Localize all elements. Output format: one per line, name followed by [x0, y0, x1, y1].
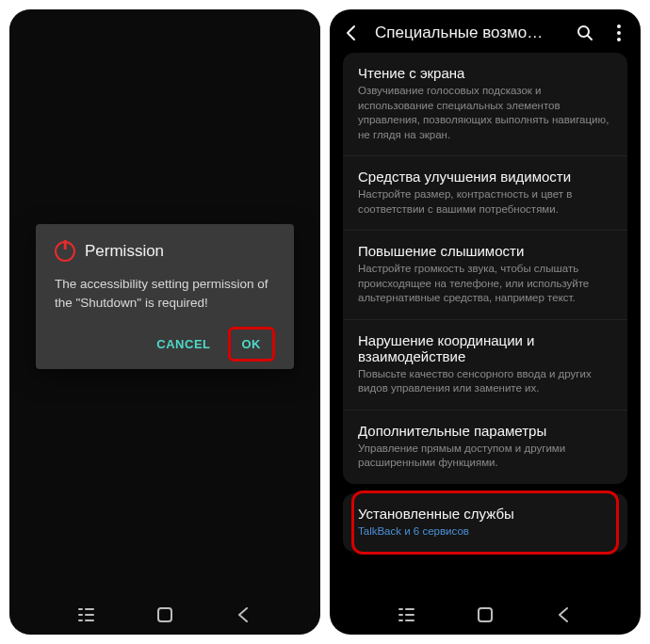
phone-screen-left: Permission The accessibility setting per… — [9, 9, 320, 635]
svg-rect-2 — [85, 620, 94, 621]
back-icon[interactable] — [341, 23, 362, 43]
row-subtitle: Управление прямым доступом и другими рас… — [358, 442, 612, 471]
app-bar: Специальные возмо… — [330, 9, 641, 53]
row-subtitle: Озвучивание голосовых подсказок и исполь… — [358, 84, 612, 142]
row-title: Дополнительные параметры — [358, 423, 612, 439]
row-hearing[interactable]: Повышение слышимости Настройте громкость… — [343, 231, 627, 320]
svg-point-7 — [617, 38, 621, 41]
svg-rect-3 — [158, 608, 171, 621]
ok-button[interactable]: OK — [233, 331, 271, 357]
svg-point-5 — [617, 24, 621, 28]
dialog-title: Permission — [85, 242, 164, 261]
highlight-ok: OK — [228, 327, 276, 362]
nav-bar — [330, 595, 641, 635]
svg-rect-1 — [85, 614, 94, 616]
nav-bar — [9, 595, 320, 635]
svg-rect-8 — [405, 608, 414, 610]
settings-group-installed: Установленные службы TalkBack и 6 сервис… — [343, 493, 627, 553]
settings-list[interactable]: Чтение с экрана Озвучивание голосовых по… — [330, 53, 641, 595]
row-title: Повышение слышимости — [358, 243, 612, 259]
row-title: Нарушение координации и взаимодействие — [358, 332, 612, 364]
nav-back[interactable] — [222, 602, 264, 628]
row-title: Средства улучшения видимости — [358, 169, 612, 185]
svg-rect-11 — [479, 608, 492, 621]
row-advanced[interactable]: Дополнительные параметры Управление прям… — [343, 411, 627, 484]
svg-rect-0 — [85, 608, 94, 610]
nav-home[interactable] — [464, 602, 506, 628]
nav-recents[interactable] — [386, 602, 428, 628]
phone-screen-right: Специальные возмо… Чтение с экрана Озвуч… — [330, 9, 641, 635]
row-subtitle: TalkBack и 6 сервисов — [358, 524, 612, 539]
power-icon — [55, 241, 75, 262]
permission-dialog: Permission The accessibility setting per… — [36, 224, 294, 369]
row-installed-services[interactable]: Установленные службы TalkBack и 6 сервис… — [343, 493, 627, 553]
row-subtitle: Настройте размер, контрастность и цвет в… — [358, 187, 612, 217]
nav-back[interactable] — [543, 602, 584, 628]
row-subtitle: Настройте громкость звука, чтобы слышать… — [358, 262, 612, 306]
nav-home[interactable] — [144, 602, 186, 628]
svg-point-6 — [617, 31, 621, 35]
row-screen-reader[interactable]: Чтение с экрана Озвучивание голосовых по… — [343, 53, 627, 156]
row-subtitle: Повысьте качество сенсорного ввода и дру… — [358, 367, 612, 396]
row-title: Чтение с экрана — [358, 65, 612, 81]
dialog-body: The accessibility setting permission of … — [55, 275, 275, 312]
row-title: Установленные службы — [358, 506, 612, 522]
more-icon[interactable] — [609, 23, 629, 43]
settings-group-main: Чтение с экрана Озвучивание голосовых по… — [343, 53, 627, 484]
dialog-actions: CANCEL OK — [55, 327, 275, 362]
row-interaction[interactable]: Нарушение координации и взаимодействие П… — [343, 320, 627, 411]
search-icon[interactable] — [575, 23, 595, 43]
row-visibility[interactable]: Средства улучшения видимости Настройте р… — [343, 156, 627, 231]
nav-recents[interactable] — [66, 602, 107, 628]
cancel-button[interactable]: CANCEL — [145, 327, 221, 362]
svg-rect-10 — [405, 620, 414, 621]
svg-rect-9 — [405, 614, 414, 616]
page-title: Специальные возмо… — [375, 24, 561, 42]
